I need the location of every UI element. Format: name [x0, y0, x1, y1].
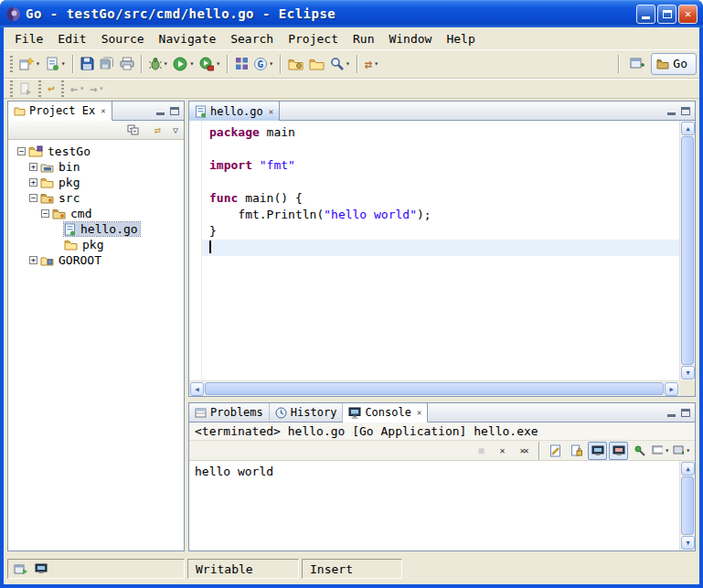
- tab-project-explorer[interactable]: Project Ex ✕: [8, 102, 112, 121]
- print-button[interactable]: [117, 53, 137, 75]
- minimize-view-icon[interactable]: [667, 414, 676, 417]
- new-go-file-button[interactable]: ▾: [43, 53, 69, 75]
- next-annotation-button[interactable]: [16, 78, 35, 100]
- tree-item-bin[interactable]: + bin: [8, 159, 184, 175]
- open-console-button[interactable]: ▾: [672, 442, 691, 460]
- console-vertical-scrollbar[interactable]: ▲ ▼: [679, 461, 695, 551]
- close-button[interactable]: ✕: [678, 5, 698, 24]
- title-bar[interactable]: Go - testGo/src/cmd/hello.go - Eclipse ✕: [0, 0, 703, 27]
- scroll-down-icon[interactable]: ▼: [681, 366, 695, 380]
- tab-console[interactable]: Console ✕: [343, 403, 428, 422]
- external-tools-button[interactable]: ▾: [197, 53, 223, 75]
- go-perspective-toggle[interactable]: Go: [651, 53, 697, 75]
- menu-search[interactable]: Search: [223, 30, 281, 48]
- pin-console-button[interactable]: [630, 442, 649, 460]
- open-resource-button[interactable]: [306, 53, 327, 75]
- chevron-down-icon[interactable]: ▾: [36, 59, 40, 68]
- collapse-icon[interactable]: −: [41, 209, 49, 218]
- tree-item-src[interactable]: − src: [8, 190, 184, 206]
- editor-vertical-scrollbar[interactable]: ▲ ▼: [679, 121, 695, 380]
- new-wizard-button[interactable]: ▾: [16, 53, 43, 75]
- last-edit-location-button[interactable]: ↩: [45, 78, 58, 100]
- collapse-icon[interactable]: −: [29, 194, 37, 202]
- menu-file[interactable]: File: [7, 30, 50, 48]
- toolbar-grip[interactable]: [10, 56, 13, 72]
- fast-view-icon[interactable]: [14, 563, 27, 575]
- marker-ruler[interactable]: [189, 121, 202, 380]
- forward-button[interactable]: → ▾: [87, 78, 106, 100]
- display-console-button[interactable]: ▾: [651, 442, 670, 460]
- remove-launch-button[interactable]: ✕: [493, 442, 512, 460]
- chevron-down-icon[interactable]: ▾: [374, 59, 378, 68]
- scroll-up-icon[interactable]: ▲: [681, 462, 695, 476]
- scrollbar-thumb[interactable]: [681, 476, 694, 535]
- minimize-button[interactable]: [636, 5, 655, 24]
- chevron-down-icon[interactable]: ▾: [164, 59, 168, 68]
- show-console-on-stdout-button[interactable]: [588, 442, 607, 460]
- menu-project[interactable]: Project: [281, 30, 346, 48]
- remove-all-launches-button[interactable]: ✕✕: [514, 442, 533, 460]
- tree-item-hello-go[interactable]: hello.go: [8, 221, 184, 237]
- scroll-up-icon[interactable]: ▲: [681, 122, 695, 135]
- chevron-down-icon[interactable]: ▾: [100, 84, 104, 92]
- expand-icon[interactable]: +: [29, 256, 37, 264]
- link-with-editor-button[interactable]: ⇄: [148, 121, 167, 139]
- show-console-on-stderr-button[interactable]: [609, 442, 628, 460]
- toolbar-grip[interactable]: [61, 80, 64, 97]
- tree-item-cmd[interactable]: − cmd: [8, 206, 184, 221]
- menu-help[interactable]: Help: [439, 30, 482, 48]
- terminate-button[interactable]: ■: [472, 442, 491, 460]
- menu-run[interactable]: Run: [346, 30, 381, 48]
- chevron-down-icon[interactable]: ▾: [269, 59, 273, 68]
- maximize-view-icon[interactable]: [170, 107, 179, 115]
- chevron-down-icon[interactable]: ▾: [189, 59, 194, 68]
- chevron-down-icon[interactable]: ▾: [686, 446, 690, 454]
- tree-item-pkg[interactable]: + pkg: [8, 175, 184, 190]
- chevron-down-icon[interactable]: ▾: [61, 59, 66, 68]
- toolbar-grip[interactable]: [38, 80, 41, 97]
- go-tools-button[interactable]: G ▾: [251, 53, 276, 75]
- tree-item-goroot[interactable]: + GOROOT: [8, 252, 184, 268]
- new-go-project-button[interactable]: [232, 53, 251, 75]
- collapse-all-button[interactable]: [123, 121, 143, 139]
- collapse-icon[interactable]: −: [17, 147, 26, 155]
- expand-icon[interactable]: +: [29, 163, 37, 171]
- view-menu-icon[interactable]: ▽: [173, 125, 178, 135]
- save-button[interactable]: [78, 53, 97, 75]
- close-icon[interactable]: ✕: [417, 408, 421, 417]
- search-button[interactable]: ▾: [327, 53, 353, 75]
- menu-source[interactable]: Source: [94, 30, 152, 48]
- close-icon[interactable]: ✕: [269, 107, 273, 116]
- team-sync-button[interactable]: ⇄ ▾: [362, 53, 381, 75]
- scrollbar-thumb[interactable]: [681, 136, 694, 365]
- debug-button[interactable]: ▾: [146, 53, 171, 75]
- maximize-button[interactable]: [657, 5, 676, 24]
- menu-edit[interactable]: Edit: [50, 30, 93, 48]
- chevron-down-icon[interactable]: ▾: [80, 84, 84, 92]
- code-area[interactable]: package main import "fmt" func main() { …: [202, 121, 679, 380]
- minimize-view-icon[interactable]: [156, 112, 165, 115]
- tab-history[interactable]: History: [270, 403, 344, 422]
- scroll-left-icon[interactable]: ◀: [190, 382, 204, 396]
- selected-tree-item[interactable]: hello.go: [64, 222, 140, 236]
- chevron-down-icon[interactable]: ▾: [346, 59, 350, 68]
- open-type-button[interactable]: [285, 53, 306, 75]
- toolbar-grip[interactable]: [10, 80, 13, 97]
- maximize-view-icon[interactable]: [681, 107, 690, 115]
- expand-icon[interactable]: +: [29, 178, 37, 187]
- editor-horizontal-scrollbar[interactable]: ◀ ▶: [189, 380, 679, 396]
- tab-problems[interactable]: Problems: [189, 403, 270, 422]
- scroll-lock-button[interactable]: [567, 442, 586, 460]
- back-button[interactable]: ← ▾: [68, 78, 87, 100]
- console-output[interactable]: hello world ▲ ▼: [189, 461, 695, 551]
- minimize-view-icon[interactable]: [667, 112, 676, 115]
- scroll-right-icon[interactable]: ▶: [665, 382, 678, 396]
- chevron-down-icon[interactable]: ▾: [216, 59, 220, 68]
- run-button[interactable]: ▾: [170, 53, 197, 75]
- tab-hello-go[interactable]: hello.go ✕: [189, 102, 280, 121]
- open-perspective-button[interactable]: [627, 53, 647, 75]
- close-icon[interactable]: ✕: [101, 106, 105, 115]
- scroll-down-icon[interactable]: ▼: [681, 536, 695, 550]
- clear-console-button[interactable]: [546, 442, 565, 460]
- menu-navigate[interactable]: Navigate: [152, 30, 224, 48]
